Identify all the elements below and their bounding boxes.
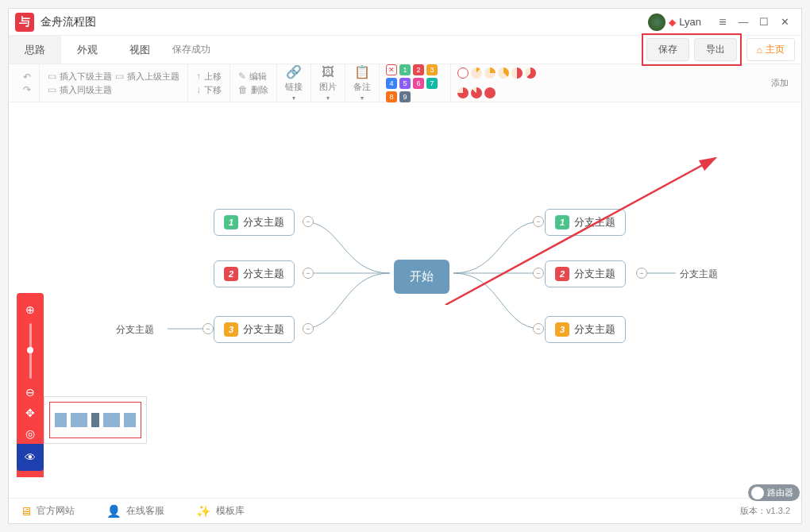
progress-8[interactable] <box>484 87 496 98</box>
progress-4[interactable] <box>511 67 523 79</box>
save-button[interactable]: 保存 <box>646 38 689 61</box>
redo-icon[interactable]: ↷ <box>23 84 31 95</box>
right-node-2[interactable]: 2分支主题 <box>545 260 626 287</box>
extra-right-node[interactable]: 分支主题 <box>680 268 718 281</box>
tab-mind[interactable]: 思路 <box>9 36 61 64</box>
progress-0[interactable] <box>457 67 469 79</box>
preview-toggle-button[interactable]: 👁 <box>21 449 39 466</box>
zoom-slider[interactable] <box>29 323 32 379</box>
progress-3[interactable] <box>498 67 509 79</box>
tab-appearance[interactable]: 外观 <box>61 36 114 64</box>
marker-7[interactable]: 7 <box>426 78 438 89</box>
minimize-button[interactable]: — <box>733 12 754 33</box>
canvas[interactable]: 开始 1分支主题 2分支主题 3分支主题 1分支主题 2分支主题 3分支主题 分… <box>9 102 801 498</box>
collapse-l2[interactable]: − <box>303 268 314 279</box>
website-link[interactable]: 🖥官方网站 <box>20 504 75 518</box>
add-label[interactable]: 添加 <box>771 77 795 89</box>
image-button[interactable]: 🖼图片▾ <box>311 64 345 102</box>
edit-button[interactable]: ✎编辑 <box>238 71 268 83</box>
monitor-icon: 🖥 <box>20 504 32 518</box>
left-node-1[interactable]: 1分支主题 <box>214 209 295 236</box>
premium-icon: ◆ <box>669 17 676 28</box>
progress-markers <box>451 64 554 102</box>
fit-button[interactable]: ◎ <box>21 425 39 442</box>
priority-markers: ✕ 123456789 <box>380 64 451 102</box>
app-logo: 与 <box>15 13 34 32</box>
export-button[interactable]: 导出 <box>694 38 737 61</box>
highlighted-actions: 保存 导出 <box>642 33 742 66</box>
progress-6[interactable] <box>457 87 469 98</box>
link-icon: 🔗 <box>286 64 302 79</box>
home-button[interactable]: ⌂ 主页 <box>746 38 795 61</box>
collapse-l1[interactable]: − <box>303 216 314 227</box>
maximize-button[interactable]: ☐ <box>754 12 774 33</box>
titlebar: 与 金舟流程图 ◆ Lyan ≡ — ☐ ✕ <box>9 9 801 36</box>
progress-7[interactable] <box>471 87 482 98</box>
collapse-er[interactable]: − <box>636 268 647 279</box>
progress-1[interactable] <box>471 67 482 79</box>
progress-5[interactable] <box>525 67 536 79</box>
center-node[interactable]: 开始 <box>394 260 449 294</box>
pan-button[interactable]: ✥ <box>21 404 39 422</box>
left-node-3[interactable]: 3分支主题 <box>214 316 295 343</box>
undo-icon[interactable]: ↶ <box>23 71 31 83</box>
marker-9[interactable]: 9 <box>399 91 411 102</box>
zoom-in-button[interactable]: ⊕ <box>21 301 39 318</box>
menu-icon[interactable]: ≡ <box>712 12 733 33</box>
marker-3[interactable]: 3 <box>426 64 438 75</box>
toolbar: ↶ ↷ ▭插入下级主题 ▭插入上级主题 ▭插入同级主题 ↑上移 ↓下移 ✎编辑 … <box>9 64 801 102</box>
right-node-1[interactable]: 1分支主题 <box>545 209 626 236</box>
router-badge: 路由器 <box>748 484 800 501</box>
action-buttons: 保存 导出 ⌂ 主页 <box>642 33 795 66</box>
save-status: 保存成功 <box>172 43 210 56</box>
insert-sibling-button[interactable]: ▭插入同级主题 <box>48 84 179 96</box>
support-link[interactable]: 👤在线客服 <box>106 504 164 519</box>
marker-1[interactable]: 1 <box>399 64 411 75</box>
progress-2[interactable] <box>484 67 496 79</box>
app-title: 金舟流程图 <box>40 15 648 29</box>
templates-link[interactable]: ✨模板库 <box>196 504 245 519</box>
footer: 🖥官方网站 👤在线客服 ✨模板库 版本：v1.3.2 <box>9 498 801 523</box>
collapse-l3[interactable]: − <box>303 323 314 334</box>
home-icon: ⌂ <box>757 44 762 56</box>
note-button[interactable]: 📋备注▾ <box>345 64 380 102</box>
tab-view[interactable]: 视图 <box>114 36 166 64</box>
template-icon: ✨ <box>196 504 211 519</box>
left-node-2[interactable]: 2分支主题 <box>214 260 295 287</box>
move-down-button[interactable]: ↓下移 <box>196 84 222 96</box>
extra-left-node[interactable]: 分支主题 <box>116 323 154 337</box>
marker-4[interactable]: 4 <box>386 78 397 89</box>
link-button[interactable]: 🔗链接▾ <box>277 64 311 102</box>
delete-button[interactable]: 🗑删除 <box>238 84 268 96</box>
user-avatar[interactable] <box>648 13 665 31</box>
insert-sub-button[interactable]: ▭插入下级主题 ▭插入上级主题 <box>48 71 179 83</box>
version-label: 版本：v1.3.2 <box>740 505 790 517</box>
insert-group: ▭插入下级主题 ▭插入上级主题 ▭插入同级主题 <box>40 64 188 102</box>
right-node-3[interactable]: 3分支主题 <box>545 316 626 343</box>
marker-8[interactable]: 8 <box>386 91 397 102</box>
marker-x[interactable]: ✕ <box>386 64 397 75</box>
close-button[interactable]: ✕ <box>774 12 795 33</box>
collapse-el[interactable]: − <box>202 323 214 334</box>
zoom-toolbar: ⊕ ⊖ ✥ ◎ 👁 <box>17 293 44 477</box>
marker-6[interactable]: 6 <box>413 78 424 89</box>
marker-2[interactable]: 2 <box>413 64 424 75</box>
move-up-button[interactable]: ↑上移 <box>196 71 222 83</box>
username[interactable]: Lyan <box>679 16 701 28</box>
minimap[interactable] <box>44 396 147 444</box>
collapse-r3[interactable]: − <box>533 323 544 334</box>
collapse-r1[interactable]: − <box>533 216 544 227</box>
move-group: ↑上移 ↓下移 <box>188 64 230 102</box>
marker-5[interactable]: 5 <box>399 78 411 89</box>
collapse-r2[interactable]: − <box>533 268 544 279</box>
undo-redo-group: ↶ ↷ <box>15 64 40 102</box>
zoom-out-button[interactable]: ⊖ <box>21 384 39 401</box>
edit-group: ✎编辑 🗑删除 <box>230 64 277 102</box>
tabbar: 思路 外观 视图 保存成功 保存 导出 ⌂ 主页 <box>9 36 801 64</box>
headset-icon: 👤 <box>106 504 122 519</box>
app-window: 与 金舟流程图 ◆ Lyan ≡ — ☐ ✕ 思路 外观 视图 保存成功 保存 … <box>8 8 802 524</box>
image-icon: 🖼 <box>322 65 334 79</box>
note-icon: 📋 <box>354 64 370 79</box>
